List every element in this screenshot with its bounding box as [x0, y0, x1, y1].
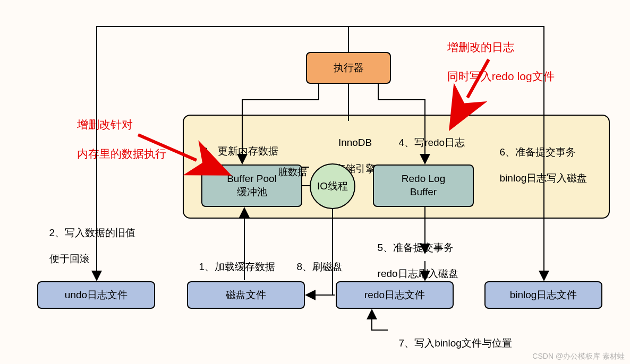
step4-label: 4、写redo日志 — [393, 123, 465, 149]
redo-file-label: redo日志文件 — [364, 289, 425, 302]
redo-log-buffer-node: Redo Log Buffer — [373, 164, 474, 207]
executor-label: 执行器 — [334, 62, 364, 75]
io-thread-label: IO线程 — [317, 179, 348, 193]
redo-log-file-node: redo日志文件 — [336, 281, 454, 309]
step7-label: 7、写入binlog文件与位置 写入commit标记 — [393, 324, 512, 364]
binlog-file-label: binlog日志文件 — [510, 289, 577, 302]
step3-label: 3、更新内存数据 — [197, 132, 278, 158]
step2-label: 2、写入数据的旧值 便于回滚 — [44, 213, 135, 266]
step5-label: 5、准备提交事务 redo日志刷入磁盘 — [372, 228, 458, 281]
io-thread-node: IO线程 — [310, 163, 355, 209]
redo-buffer-line2: Buffer — [410, 186, 437, 197]
undo-log-file-node: undo日志文件 — [37, 281, 155, 309]
redo-buffer-line1: Redo Log — [402, 173, 445, 184]
buffer-pool-line2: 缓冲池 — [237, 186, 267, 197]
watermark: CSDN @办公模板库 素材蛙 — [532, 352, 625, 361]
disk-file-node: 磁盘文件 — [187, 281, 305, 309]
binlog-file-node: binlog日志文件 — [484, 281, 602, 309]
step8-label: 8、刷磁盘 — [291, 247, 343, 273]
disk-file-label: 磁盘文件 — [226, 289, 266, 302]
annotation-right: 增删改的日志 同时写入redo log文件 — [441, 25, 555, 83]
undo-file-label: undo日志文件 — [65, 289, 127, 302]
step6-label: 6、准备提交事务 binlog日志写入磁盘 — [494, 133, 587, 185]
annotation-left: 增删改针对 内存里的数据执行 — [71, 103, 166, 161]
executor-node: 执行器 — [306, 52, 391, 84]
buffer-pool-line1: Buffer Pool — [227, 173, 277, 184]
step1-label: 1、加载缓存数据 — [193, 247, 275, 273]
